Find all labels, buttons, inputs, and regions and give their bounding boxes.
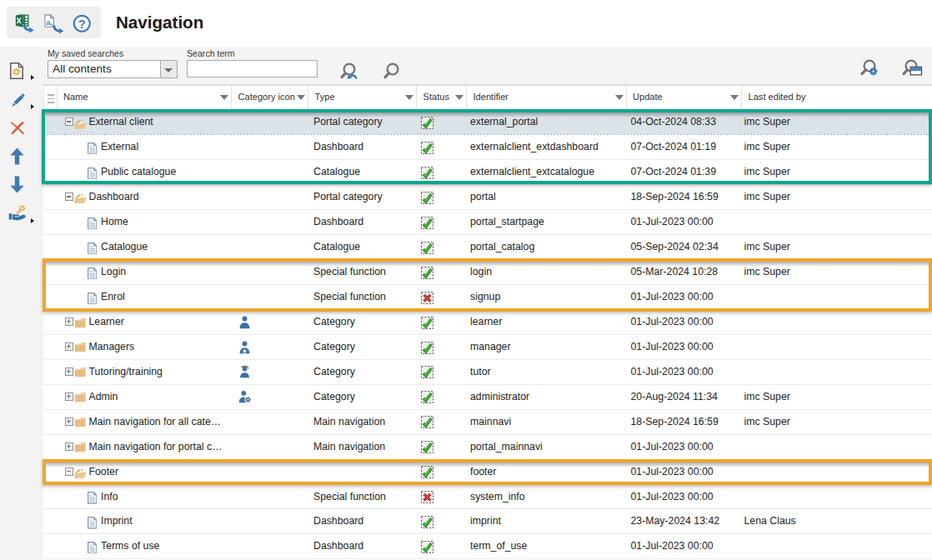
svg-text:?: ?	[78, 18, 86, 31]
svg-text:a,: a,	[46, 17, 53, 26]
